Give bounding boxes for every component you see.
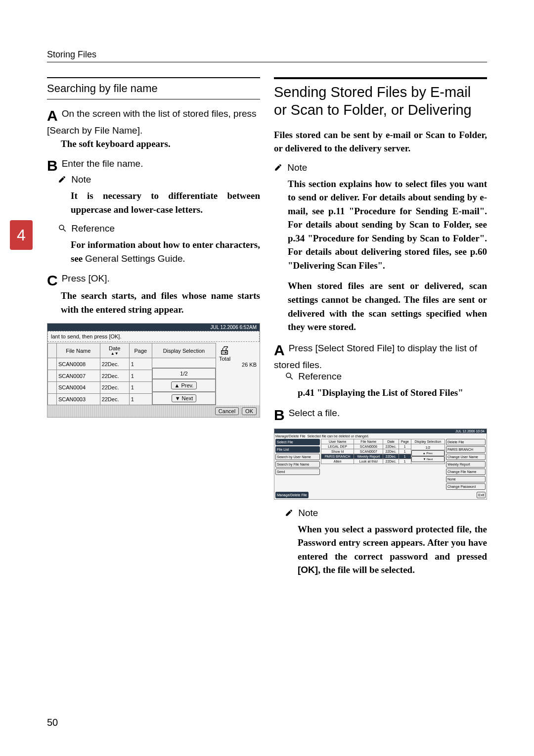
col-page[interactable]: Page <box>399 439 411 444</box>
change-password-button[interactable]: Change Password <box>446 483 486 490</box>
ref-em: General Settings Guide <box>85 253 183 264</box>
cell: SCAN0007 <box>57 370 100 382</box>
intro-text: Files stored can be sent by e-mail or Sc… <box>274 128 487 155</box>
cell: 22Dec. <box>100 393 129 405</box>
svg-point-0 <box>59 225 64 230</box>
note-body: When you select a password protected fil… <box>298 522 487 577</box>
page-number: 50 <box>47 717 58 728</box>
cell: 1 <box>129 381 152 393</box>
pencil-icon <box>285 508 294 520</box>
timestamp-banner: JUL 12.2006 10:04 <box>274 429 487 433</box>
screenshot-file-list: JUL 12.2006 6:52AM lant to send, then pr… <box>47 323 260 418</box>
note-body-1: This section explains how to select file… <box>288 177 487 273</box>
left-column: Searching by file name A On the screen w… <box>47 77 260 584</box>
total-label: Total <box>219 356 257 362</box>
step-a-pre: On the screen with the list of stored fi… <box>62 108 257 119</box>
change-user-button[interactable]: Change User Name <box>446 454 486 460</box>
svg-point-2 <box>286 373 291 378</box>
screenshot-manage-delete: JUL 12.2006 10:04 Manage/Delete File Sel… <box>274 428 487 500</box>
step-c-body: The search starts, and files whose name … <box>61 289 260 316</box>
step-letter-b: B <box>274 407 285 424</box>
note-heading: Note <box>58 174 260 186</box>
printer-icon: 🖨 <box>219 345 257 356</box>
col-date[interactable]: Date▲▼ <box>100 343 129 358</box>
cancel-button[interactable]: Cancel <box>215 407 239 415</box>
ok-button[interactable]: OK <box>242 407 257 415</box>
cell: 22Dec. <box>100 358 129 370</box>
delete-file-button[interactable]: Delete File <box>446 439 486 445</box>
cell: 1 <box>129 358 152 370</box>
total-panel: 🖨 Total 26 KB <box>216 342 260 405</box>
cell: 22Dec. <box>383 449 399 454</box>
step-letter-a: A <box>274 342 285 359</box>
col-file[interactable]: File Name <box>354 439 383 444</box>
step-c-post: . <box>107 273 110 284</box>
step-letter-a: A <box>47 107 58 124</box>
file-table: User Name File Name Date Page Display Se… <box>321 439 445 464</box>
col-user[interactable]: User Name <box>321 439 354 444</box>
next-button[interactable]: ▼ Next <box>172 394 197 402</box>
reference-body: For information about how to enter chara… <box>71 238 260 265</box>
file-list-button[interactable]: File List <box>275 446 320 453</box>
prev-button[interactable]: ▲ Prev. <box>411 450 445 456</box>
step-a-pre: Press <box>289 343 315 353</box>
step-a-button-label: [Select Stored File] <box>315 343 395 353</box>
step-c-pre: Press <box>62 273 89 284</box>
note-label: Note <box>287 162 307 173</box>
step-b-text: Enter the file name. <box>62 158 143 169</box>
search-file-button[interactable]: Search by File Name <box>275 461 320 468</box>
step-letter-b: B <box>47 157 58 174</box>
right-column: Sending Stored Files by E-mail or Scan t… <box>274 77 487 584</box>
cell: 1 <box>399 444 411 449</box>
section-title: Sending Stored Files by E-mail or Scan t… <box>274 77 487 119</box>
cell: Show Id <box>321 449 354 454</box>
note-heading: Note <box>274 162 487 174</box>
step-b-text: Select a file. <box>289 408 340 418</box>
search-user-button[interactable]: Search by User Name <box>275 454 320 460</box>
page-indicator: 1/2 <box>411 445 445 450</box>
magnifier-icon <box>285 372 294 383</box>
step-a-text: Press [Select Stored File] to display th… <box>274 343 477 370</box>
col-display[interactable]: Display Selection <box>411 439 445 444</box>
cell: Weekly Report <box>354 454 383 459</box>
reference-body: p.41 "Displaying the List of Stored File… <box>298 386 487 400</box>
cell: SCAN0003 <box>57 393 100 405</box>
col-date[interactable]: Date <box>383 439 399 444</box>
note-label: Note <box>298 508 318 518</box>
col-page[interactable]: Page <box>129 343 152 358</box>
step-letter-c: C <box>47 272 58 289</box>
cell: SCAN0008 <box>57 358 100 370</box>
timestamp-banner: JUL 12.2006 6:52AM <box>47 324 260 331</box>
send-button[interactable]: Send <box>275 469 320 475</box>
svg-line-1 <box>63 230 66 232</box>
user-name-value: PARIS BRANCH <box>446 446 486 453</box>
cell: Look at this! <box>354 459 383 464</box>
step-a-text: On the screen with the list of stored fi… <box>47 108 257 136</box>
next-button[interactable]: ▼ Next <box>411 456 445 462</box>
step-c-button-label: [OK] <box>89 273 107 284</box>
step-a-note: The soft keyboard appears. <box>61 137 260 151</box>
file-table: File Name Date▲▼ Page Display Selection … <box>47 343 216 405</box>
cell: 1 <box>399 449 411 454</box>
magnifier-icon <box>58 224 67 235</box>
col-file[interactable]: File Name <box>57 343 100 358</box>
cell: SCAN0008 <box>354 444 383 449</box>
step-a-post: . <box>140 125 142 136</box>
cell: LEGAL DEP <box>321 444 354 449</box>
manage-delete-tab[interactable]: Manage/Delete File <box>275 492 309 498</box>
exit-button[interactable]: Exit <box>477 492 486 498</box>
cell: 1 <box>129 370 152 382</box>
change-file-button[interactable]: Change File Name <box>446 469 486 475</box>
table-row[interactable]: SCAN000822Dec.1 1/2 ▲ Prev. ▼ Next <box>48 358 216 370</box>
pencil-icon <box>58 175 67 186</box>
table-row[interactable]: LEGAL DEPSCAN000822Dec.1 1/2 ▲ Prev. ▼ N… <box>321 444 445 449</box>
cell: PARIS BRANCH <box>321 454 354 459</box>
step-c-text: Press [OK]. <box>62 273 110 284</box>
col-display[interactable]: Display Selection <box>152 343 216 358</box>
password-value: None <box>446 476 486 482</box>
select-file-button[interactable]: Select File <box>275 439 320 445</box>
note-body-2: When stored files are sent or delivered,… <box>288 279 487 333</box>
page-indicator: 1/2 <box>152 368 216 379</box>
pencil-icon <box>274 163 283 174</box>
prev-button[interactable]: ▲ Prev. <box>171 381 197 389</box>
